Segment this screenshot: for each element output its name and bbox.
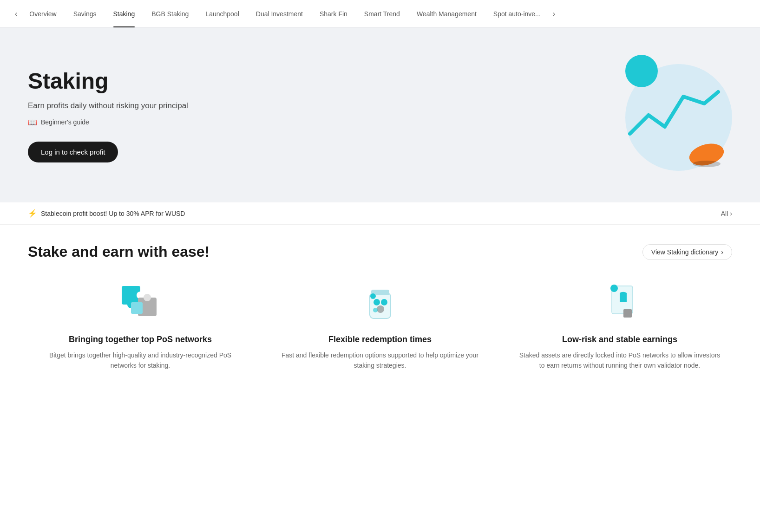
- svg-point-3: [693, 161, 721, 167]
- promo-text: Stablecoin profit boost! Up to 30% APR f…: [41, 210, 185, 217]
- hero-subtitle: Earn profits daily without risking your …: [28, 101, 188, 110]
- tab-wealth-management[interactable]: Wealth Management: [408, 0, 485, 27]
- chevron-right-icon: ›: [721, 248, 723, 256]
- nav-prev-arrow[interactable]: ‹: [11, 8, 21, 20]
- card-title-pos: Bringing together top PoS networks: [37, 335, 243, 344]
- view-staking-dictionary-button[interactable]: View Staking dictionary ›: [642, 244, 732, 260]
- svg-rect-21: [623, 309, 632, 318]
- nav-next-arrow[interactable]: ›: [549, 8, 559, 20]
- card-desc-pos: Bitget brings together high-quality and …: [37, 350, 243, 371]
- svg-point-22: [610, 285, 618, 292]
- tab-shark-fin[interactable]: Shark Fin: [311, 0, 356, 27]
- tab-smart-trend[interactable]: Smart Trend: [356, 0, 408, 27]
- tab-staking[interactable]: Staking: [105, 0, 144, 27]
- boost-icon: ⚡: [28, 209, 37, 218]
- chevron-right-icon: ›: [730, 210, 732, 217]
- tab-spot-autoinvest[interactable]: Spot auto-inve...: [485, 0, 549, 27]
- beginners-guide-link[interactable]: 📖 Beginner's guide: [28, 118, 89, 127]
- section-title: Stake and earn with ease!: [28, 243, 210, 260]
- promo-all-label: All: [721, 210, 728, 217]
- book-icon: 📖: [28, 118, 37, 127]
- card-icon-jar: [277, 279, 483, 325]
- card-desc-flexible: Fast and flexible redemption options sup…: [277, 350, 483, 371]
- svg-point-16: [377, 305, 384, 313]
- tab-launchpool[interactable]: Launchpool: [197, 0, 247, 27]
- feature-card-flexible: Flexible redemption times Fast and flexi…: [268, 279, 492, 371]
- tab-savings[interactable]: Savings: [65, 0, 105, 27]
- promo-bar: ⚡ Stablecoin profit boost! Up to 30% APR…: [0, 202, 760, 225]
- promo-all-button[interactable]: All ›: [721, 210, 732, 217]
- svg-rect-10: [131, 302, 143, 314]
- view-dict-label: View Staking dictionary: [651, 248, 718, 256]
- hero-section: Staking Earn profits daily without riski…: [0, 28, 760, 202]
- card-icon-puzzle: [37, 279, 243, 325]
- feature-cards: Bringing together top PoS networks Bitge…: [28, 279, 732, 371]
- svg-point-15: [381, 299, 387, 305]
- beginners-guide-label: Beginner's guide: [41, 118, 89, 126]
- tab-dual-investment[interactable]: Dual Investment: [248, 0, 311, 27]
- navigation: ‹ Overview Savings Staking BGB Staking L…: [0, 0, 760, 28]
- card-icon-node: [517, 279, 723, 325]
- section-header: Stake and earn with ease! View Staking d…: [28, 243, 732, 260]
- hero-content: Staking Earn profits daily without riski…: [28, 68, 188, 162]
- svg-point-17: [373, 308, 378, 312]
- nav-tabs: Overview Savings Staking BGB Staking Lau…: [21, 0, 549, 27]
- feature-card-pos: Bringing together top PoS networks Bitge…: [28, 279, 253, 371]
- main-section: Stake and earn with ease! View Staking d…: [0, 225, 760, 389]
- tab-overview[interactable]: Overview: [21, 0, 65, 27]
- card-desc-lowrisk: Staked assets are directly locked into P…: [517, 350, 723, 371]
- feature-card-lowrisk: Low-risk and stable earnings Staked asse…: [507, 279, 732, 371]
- promo-left: ⚡ Stablecoin profit boost! Up to 30% APR…: [28, 209, 185, 218]
- card-title-flexible: Flexible redemption times: [277, 335, 483, 344]
- svg-point-1: [625, 55, 658, 87]
- hero-svg: [593, 50, 732, 180]
- tab-bgb-staking[interactable]: BGB Staking: [143, 0, 197, 27]
- svg-point-18: [370, 293, 376, 299]
- hero-illustration: [593, 50, 732, 180]
- svg-point-8: [144, 294, 151, 301]
- log-in-check-profit-button[interactable]: Log in to check profit: [28, 142, 118, 162]
- svg-point-14: [373, 299, 380, 305]
- card-title-lowrisk: Low-risk and stable earnings: [517, 335, 723, 344]
- hero-title: Staking: [28, 68, 188, 94]
